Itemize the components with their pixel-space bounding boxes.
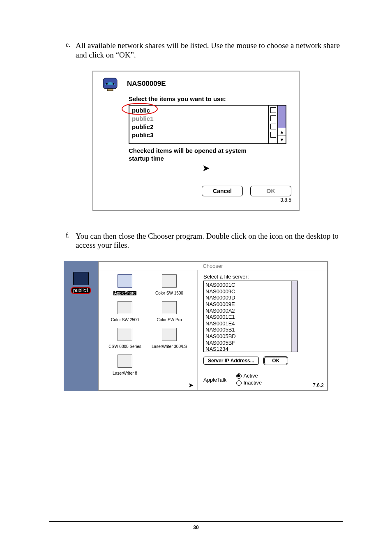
desktop-strip: public1 xyxy=(64,261,98,391)
listbox-scrollbar[interactable] xyxy=(291,281,297,352)
appletalk-label: AppleTalk xyxy=(203,377,226,383)
chooser-driver-grid: AppleShare Color SW 1500 Color SW 2500 xyxy=(100,274,196,381)
server-item[interactable]: NAS00009D xyxy=(205,295,296,301)
desktop-share-label: public1 xyxy=(71,287,91,294)
server-item[interactable]: NAS0001E1 xyxy=(205,314,296,320)
paragraph-f: You can then close the Chooser program. … xyxy=(76,232,343,251)
listbox-scrollbar[interactable]: ▲ ▼ xyxy=(277,106,286,143)
appleshare-icon[interactable] xyxy=(118,274,132,288)
driver-label: Color SW 1500 xyxy=(155,291,183,295)
share-checkbox[interactable] xyxy=(270,124,276,129)
server-item[interactable]: NAS00009C xyxy=(205,288,296,295)
startup-note-line2: startup time xyxy=(129,155,164,162)
appletalk-inactive-radio[interactable] xyxy=(236,380,242,386)
server-item[interactable]: NAS00009E xyxy=(205,301,296,308)
share-item[interactable]: public xyxy=(132,106,266,115)
scroll-down-icon[interactable]: ▼ xyxy=(278,136,286,143)
driver-label: LaserWriter 8 xyxy=(113,371,137,375)
driver-label: Color SW 2500 xyxy=(111,318,139,322)
share-checkbox[interactable] xyxy=(270,115,276,121)
driver-label: LaserWriter 300/LS xyxy=(152,344,187,349)
ok-button[interactable]: OK xyxy=(263,356,288,365)
cancel-button[interactable]: Cancel xyxy=(202,186,243,196)
scroll-up-icon[interactable]: ▲ xyxy=(278,128,286,136)
share-item[interactable]: public3 xyxy=(132,131,266,139)
share-checkbox-column xyxy=(268,106,277,143)
driver-label: AppleShare xyxy=(113,291,136,295)
list-bullet-e: e. xyxy=(66,41,76,65)
cursor-icon: ➤ xyxy=(203,163,291,173)
share-checkbox[interactable] xyxy=(270,132,276,138)
svg-point-2 xyxy=(113,83,114,85)
printer-icon[interactable] xyxy=(118,301,132,314)
server-item[interactable]: NAS0000A2 xyxy=(205,308,296,314)
paragraph-e: All available network shares will be lis… xyxy=(76,41,343,60)
dialog-title: NAS00009E xyxy=(127,80,166,88)
appletalk-active-radio[interactable] xyxy=(236,373,242,379)
server-item[interactable]: NAS0005BD xyxy=(205,333,296,340)
server-item[interactable]: NAS0001E4 xyxy=(205,320,296,327)
desktop-share-icon[interactable] xyxy=(73,272,89,285)
printer-icon[interactable] xyxy=(162,328,177,341)
startup-note-line1: Checked items will be opened at system xyxy=(129,147,247,154)
screenshot-share-select: NAS00009E Select the items you want to u… xyxy=(92,71,300,211)
chooser-window-title: Chooser xyxy=(99,262,327,270)
printer-icon[interactable] xyxy=(118,355,132,368)
share-checkbox[interactable] xyxy=(270,107,276,113)
share-item[interactable]: public2 xyxy=(132,123,266,131)
cursor-icon: ➤ xyxy=(188,381,194,389)
svg-rect-3 xyxy=(107,89,113,91)
ok-button[interactable]: OK xyxy=(250,186,291,196)
server-item[interactable]: NAS0005BF xyxy=(205,340,296,346)
printer-icon[interactable] xyxy=(162,301,177,314)
driver-label: CSW 6000 Series xyxy=(108,344,141,349)
page-number: 30 xyxy=(193,525,198,530)
list-bullet-f: f. xyxy=(66,232,76,256)
server-listbox[interactable]: NAS00001C NAS00009C NAS00009D NAS00009E … xyxy=(203,281,298,352)
server-item[interactable]: NAS00001C xyxy=(205,282,296,288)
printer-icon[interactable] xyxy=(162,274,177,288)
driver-label: Color SW Pro xyxy=(157,318,182,322)
printer-icon[interactable] xyxy=(118,328,132,341)
screenshot-chooser: public1 Chooser AppleShare Color SW 1500 xyxy=(64,261,328,391)
dialog-version: 3.8.5 xyxy=(101,197,291,203)
server-ip-address-button[interactable]: Server IP Address... xyxy=(203,357,259,365)
share-listbox[interactable]: public public1 public2 public3 ▲ ▼ xyxy=(129,105,286,144)
server-item[interactable]: NAS1234 xyxy=(205,346,296,352)
radio-label-inactive: Inactive xyxy=(243,380,262,386)
share-item[interactable]: public1 xyxy=(132,115,266,123)
chooser-version: 7.6.2 xyxy=(313,382,324,388)
dialog-subtitle: Select the items you want to use: xyxy=(129,95,291,102)
svg-point-1 xyxy=(106,83,108,85)
server-item[interactable]: NAS0005B1 xyxy=(205,327,296,333)
appleshare-server-icon xyxy=(101,76,120,92)
server-list-label: Select a file server: xyxy=(203,274,323,280)
radio-label-active: Active xyxy=(243,373,258,379)
